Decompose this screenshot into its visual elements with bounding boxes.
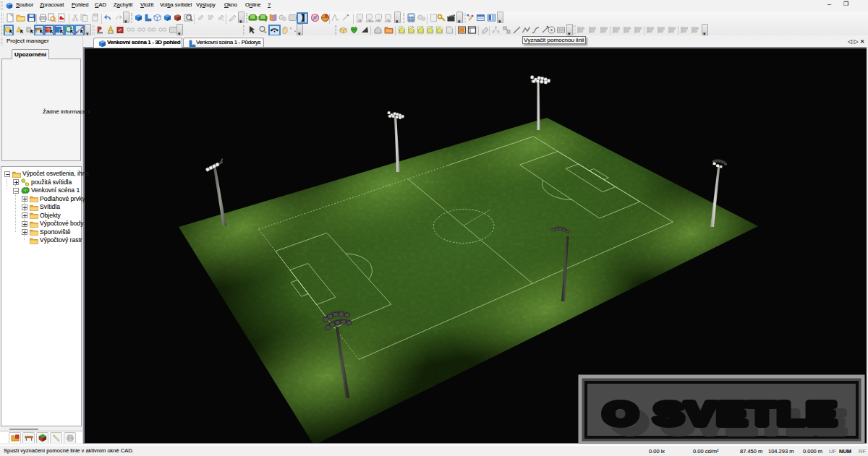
svg-text:GID: GID: [357, 20, 362, 23]
svg-text:PPT: PPT: [375, 20, 382, 23]
svg-text:DXF: DXF: [385, 20, 391, 23]
svg-text:O SVETLE: O SVETLE: [603, 396, 838, 431]
svg-text:DWG: DWG: [366, 20, 374, 23]
